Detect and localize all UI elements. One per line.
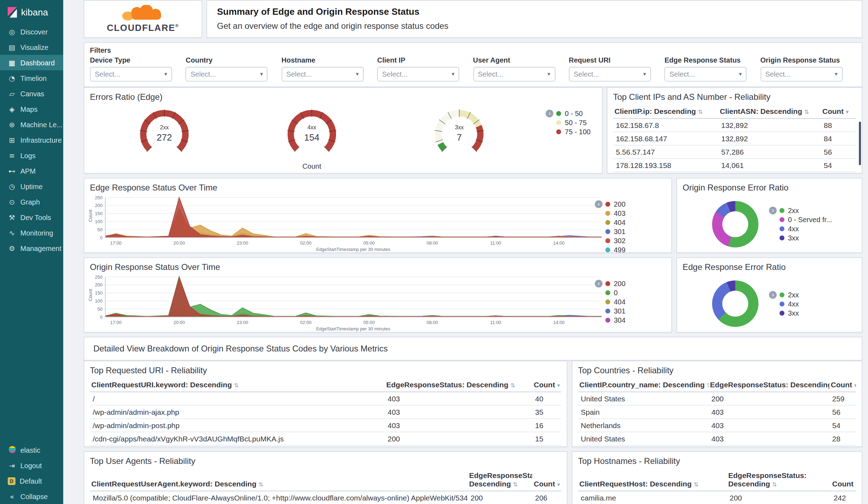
sidebar-item-graph[interactable]: ⊙Graph <box>0 194 63 209</box>
sort-icon: ⇅ <box>772 482 777 488</box>
origin-error-ratio-donut[interactable] <box>712 201 758 247</box>
top-hostnames-panel: Top Hostnames - Reliability ClientReques… <box>572 451 862 504</box>
legend-item[interactable]: 403 <box>605 209 666 218</box>
column-header[interactable]: Count▾ <box>532 378 561 392</box>
requested-uri-table: ClientRequestURI.keyword: Descending⇅ Ed… <box>90 378 561 446</box>
legend-dot <box>605 281 610 286</box>
legend-item[interactable]: 75 - 100 <box>557 127 591 136</box>
table-row: 162.158.68.147132,89284 <box>613 132 856 145</box>
svg-text:272: 272 <box>157 132 172 143</box>
table-header-row: ClientRequestURI.keyword: Descending⇅ Ed… <box>90 378 561 392</box>
sidebar-item-label: Logout <box>20 461 42 469</box>
sidebar-item-logs[interactable]: ≡Logs <box>0 148 63 163</box>
column-header[interactable]: Count▾ <box>821 105 856 118</box>
legend-item[interactable]: 0 - 50 <box>557 109 591 118</box>
sidebar-item-elastic[interactable]: elastic <box>0 442 63 458</box>
legend-toggle-icon[interactable]: › <box>595 280 603 287</box>
filter-device-type: Device Type Select...▾ <box>90 56 186 82</box>
hostname-select[interactable]: Select...▾ <box>282 67 364 82</box>
cell: 403 <box>385 392 532 405</box>
column-header[interactable]: ClientRequestUserAgent.keyword: Descendi… <box>90 469 468 491</box>
cell: 5.56.57.147 <box>613 145 718 159</box>
legend-dot <box>605 211 610 216</box>
sidebar-item-collapse[interactable]: «Collapse <box>0 489 63 504</box>
user-agent-select[interactable]: Select...▾ <box>473 67 555 82</box>
table-row: /cdn-cgi/apps/head/xVgyKhR-vV3dAUGhMqfBc… <box>90 432 561 445</box>
dashboard-title: Summary of Edge and Origin Response Stat… <box>217 6 852 17</box>
origin-response-time-panel: Origin Response Status Over Time 0501001… <box>84 257 672 332</box>
edge-error-ratio-donut[interactable] <box>712 280 758 327</box>
column-header[interactable]: ClientIP.country_name: Descending⇅ <box>578 378 709 392</box>
sidebar: kibana ◎Discover ▤Visualize ▦Dashboard ◔… <box>0 0 63 504</box>
legend-item[interactable]: 2xx <box>780 290 799 299</box>
filter-label: Request URI <box>569 56 665 64</box>
legend-item[interactable]: 302 <box>605 236 666 245</box>
legend-dot <box>605 202 610 207</box>
cell: 16 <box>532 419 561 432</box>
sidebar-item-dashboard[interactable]: ▦Dashboard <box>0 55 63 70</box>
column-header[interactable]: ClientASN: Descending⇅ <box>718 105 821 118</box>
legend-item[interactable]: 200 <box>605 279 666 288</box>
legend-item[interactable]: 301 <box>605 227 666 236</box>
legend-item[interactable]: 4xx <box>780 299 799 308</box>
sidebar-item-machine-learning[interactable]: ⊛Machine Le... <box>0 117 63 132</box>
legend-item[interactable]: 3xx <box>780 308 799 317</box>
legend-item[interactable]: 0 <box>605 288 666 297</box>
edge-response-status-select[interactable]: Select...▾ <box>665 67 747 82</box>
origin-response-time-chart[interactable]: 05010015020025017:0020:0023:0002:0005:00… <box>87 273 605 332</box>
legend-item[interactable]: 499 <box>605 245 666 253</box>
sidebar-item-default-space[interactable]: DDefault <box>0 473 63 489</box>
sidebar-item-apm[interactable]: ⊷APM <box>0 163 63 179</box>
client-ip-select[interactable]: Select...▾ <box>377 67 459 82</box>
sidebar-item-management[interactable]: ⚙Management <box>0 240 63 256</box>
column-header[interactable]: Count▾ <box>532 469 561 491</box>
user-agents-table: ClientRequestUserAgent.keyword: Descendi… <box>90 469 561 504</box>
sidebar-item-monitoring[interactable]: ∿Monitoring <box>0 225 63 240</box>
column-header[interactable]: EdgeResponseStatus: Descending⇅ <box>468 469 532 491</box>
legend-item[interactable]: 50 - 75 <box>557 118 591 127</box>
legend-item[interactable]: 2xx <box>780 206 832 215</box>
device-type-select[interactable]: Select...▾ <box>90 67 172 82</box>
column-header[interactable]: ClientRequestHost: Descending⇅ <box>578 469 727 491</box>
request-uri-select[interactable]: Select...▾ <box>569 67 651 82</box>
filter-origin-response-status: Origin Response Status Select...▾ <box>760 56 856 82</box>
cell: 178.128.193.158 <box>613 159 718 172</box>
legend-item[interactable]: 0 - Served fr... <box>780 215 832 224</box>
legend-item[interactable]: 304 <box>605 316 666 325</box>
legend-item[interactable]: 4xx <box>780 224 832 233</box>
column-header[interactable]: EdgeResponseStatus: Descending⇅ <box>385 378 532 392</box>
kibana-home-link[interactable]: kibana <box>0 0 63 24</box>
scrollbar-thumb[interactable] <box>859 122 861 165</box>
edge-response-time-chart[interactable]: 05010015020025017:0020:0023:0002:0005:00… <box>87 194 605 253</box>
donut-body: › 2xx 4xx 3xx <box>677 275 862 332</box>
sidebar-item-dev-tools[interactable]: ⚒Dev Tools <box>0 209 63 225</box>
column-header[interactable]: EdgeResponseStatus: Descending⇅ <box>709 378 829 392</box>
sidebar-item-discover[interactable]: ◎Discover <box>0 24 63 39</box>
legend-item[interactable]: 3xx <box>780 233 832 243</box>
legend-toggle-icon[interactable]: › <box>769 291 777 298</box>
legend-item[interactable]: 404 <box>605 297 666 306</box>
sidebar-item-logout[interactable]: ⇥Logout <box>0 458 63 473</box>
legend-toggle-icon[interactable]: › <box>595 200 603 208</box>
legend-toggle-icon[interactable]: › <box>769 207 777 214</box>
legend-item[interactable]: 404 <box>605 218 666 227</box>
column-header[interactable]: EdgeResponseStatus: Descending⇅ <box>727 469 831 491</box>
sidebar-item-uptime[interactable]: ◷Uptime <box>0 179 63 194</box>
svg-text:7: 7 <box>457 132 462 143</box>
sidebar-item-infrastructure[interactable]: ⊞Infrastructure <box>0 132 63 148</box>
column-header[interactable]: ClientIP.ip: Descending⇅ <box>613 105 718 118</box>
sidebar-item-canvas[interactable]: ▱Canvas <box>0 86 63 101</box>
sidebar-item-maps[interactable]: ◈Maps <box>0 101 63 117</box>
country-select[interactable]: Select...▾ <box>186 67 268 82</box>
sidebar-item-timelion[interactable]: ◔Timelion <box>0 70 63 86</box>
column-header[interactable]: Count▾ <box>831 469 856 491</box>
origin-response-status-select[interactable]: Select...▾ <box>760 67 842 82</box>
cloudflare-logo-panel: CLOUDFLARE® <box>84 0 202 38</box>
sidebar-item-visualize[interactable]: ▤Visualize <box>0 39 63 55</box>
legend-item[interactable]: 301 <box>605 306 666 316</box>
legend-item[interactable]: 200 <box>605 200 666 209</box>
column-header[interactable]: Count▾ <box>829 378 856 392</box>
markdown-panel: Detailed View Breakdown of Origin Respon… <box>84 337 862 361</box>
column-header[interactable]: ClientRequestURI.keyword: Descending⇅ <box>90 378 385 392</box>
legend-dot <box>605 299 610 304</box>
